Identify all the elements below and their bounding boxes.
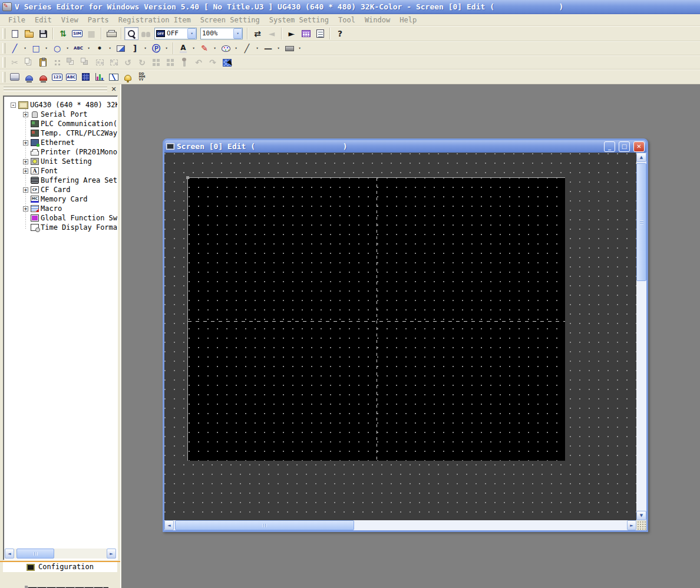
vertical-scroll-thumb[interactable] xyxy=(636,163,646,281)
text-tool-dropdown[interactable]: ▾ xyxy=(85,42,92,54)
line-type-button-dropdown[interactable]: ▾ xyxy=(254,42,260,54)
line-type-button[interactable]: ╱ xyxy=(240,42,254,55)
tree-item-time-display-format[interactable]: Time Display Format xyxy=(4,223,117,232)
dot-tool-dropdown[interactable]: ▾ xyxy=(107,42,113,54)
next-screen-button[interactable]: ► xyxy=(285,27,299,40)
tree-item-serial-port[interactable]: +Serial Port xyxy=(4,110,117,119)
overlap-order-button[interactable]: ⇄ xyxy=(250,27,265,40)
screen-call-button[interactable] xyxy=(299,27,313,40)
switch-part-button[interactable] xyxy=(8,71,22,84)
panel-grip-handle-2[interactable] xyxy=(4,90,107,91)
new-file-button[interactable] xyxy=(8,27,22,40)
simulator-button[interactable]: SIM xyxy=(70,27,84,40)
minimize-button[interactable]: _ xyxy=(604,141,615,152)
tree-item-cf-card[interactable]: +CF Card xyxy=(4,185,117,194)
fill-type-button[interactable] xyxy=(282,42,296,55)
scale-tool-dropdown[interactable]: ▾ xyxy=(142,42,148,54)
open-file-button[interactable] xyxy=(22,27,36,40)
ellipse-tool-dropdown[interactable]: ▾ xyxy=(64,42,71,54)
expander-plus[interactable]: + xyxy=(23,187,28,193)
menu-window[interactable]: Window xyxy=(360,14,395,26)
tree-horizontal-scrollbar[interactable] xyxy=(5,549,116,559)
maximize-button[interactable]: □ xyxy=(619,141,630,152)
fill-type-button-dropdown[interactable]: ▾ xyxy=(296,42,303,54)
scroll-left-button[interactable] xyxy=(5,549,14,559)
menu-system-setting[interactable]: System Setting xyxy=(265,14,334,26)
parts-tool-dropdown[interactable]: ▾ xyxy=(163,42,170,54)
palette-button-dropdown[interactable]: ▾ xyxy=(233,42,239,54)
scroll-thumb[interactable] xyxy=(16,549,54,559)
char-color-button[interactable]: A xyxy=(176,42,190,55)
tree-item-unit-setting[interactable]: +Unit Setting xyxy=(4,157,117,166)
expander-plus[interactable]: + xyxy=(23,169,28,174)
zoom-button[interactable] xyxy=(124,27,138,40)
item-list-button[interactable] xyxy=(313,27,327,40)
select-mode-button[interactable] xyxy=(220,56,234,69)
expander-plus[interactable]: + xyxy=(23,112,28,117)
palette-button[interactable] xyxy=(219,42,233,55)
pen-color-button[interactable]: ✎ xyxy=(197,42,212,55)
alarm-part-button[interactable] xyxy=(121,71,135,84)
menu-tool[interactable]: Tool xyxy=(334,14,360,26)
menu-help[interactable]: Help xyxy=(395,14,421,26)
tab-configuration[interactable]: Configuration xyxy=(3,562,117,572)
line-tool[interactable]: ╱ xyxy=(8,42,22,55)
menu-parts[interactable]: Parts xyxy=(83,14,114,26)
expander-minus[interactable]: - xyxy=(11,103,16,108)
tree-item-plc-communication-m[interactable]: PLC Communication(M xyxy=(4,119,117,128)
help-button[interactable]: ? xyxy=(333,27,347,40)
scale-tool[interactable]: ] xyxy=(128,42,142,55)
ellipse-tool[interactable]: ○ xyxy=(50,42,64,55)
char-color-button-dropdown[interactable]: ▾ xyxy=(190,42,197,54)
tree-item-global-function-swi[interactable]: Global Function Swi xyxy=(4,213,117,223)
paint-tool[interactable] xyxy=(114,42,128,55)
text-tool[interactable]: ABC xyxy=(71,42,85,55)
numeric-display-button[interactable]: 123 xyxy=(50,71,64,84)
line-width-button-dropdown[interactable]: ▾ xyxy=(275,42,282,54)
tree-item-buffering-area-sett[interactable]: Buffering Area Sett xyxy=(4,176,117,185)
zoom-level-combo-dropdown[interactable]: ▾ xyxy=(233,28,242,39)
scroll-up-button[interactable] xyxy=(636,153,646,162)
pen-color-button-dropdown[interactable]: ▾ xyxy=(212,42,218,54)
expander-plus[interactable]: + xyxy=(23,206,28,212)
menu-view[interactable]: View xyxy=(57,14,83,26)
tree-item-ug430-640-480-32k[interactable]: -UG430 (640 * 480) 32K- xyxy=(4,100,117,110)
save-button[interactable] xyxy=(36,27,50,40)
vertical-scrollbar[interactable] xyxy=(636,153,646,520)
edit-canvas[interactable] xyxy=(164,153,636,520)
scroll-right-button[interactable] xyxy=(107,549,116,559)
off-display-combo-dropdown[interactable]: ▾ xyxy=(187,28,196,39)
lamp-part-button[interactable] xyxy=(22,71,36,84)
close-button[interactable]: ✕ xyxy=(633,141,645,152)
scroll-down-button[interactable] xyxy=(636,511,646,520)
panel-grip-handle[interactable] xyxy=(4,87,107,88)
zoom-level-combo[interactable]: 100%▾ xyxy=(200,28,243,39)
graph-part-button[interactable] xyxy=(93,71,107,84)
tree-item-printer-pr201monoch[interactable]: Printer (PR201Monoch xyxy=(4,147,117,157)
menu-registration-item[interactable]: Registration Item xyxy=(114,14,196,26)
char-display-button[interactable]: ABC xyxy=(64,71,78,84)
tree-item-font[interactable]: +Font xyxy=(4,166,117,176)
dot-tool[interactable]: • xyxy=(93,42,107,55)
screen-edit-titlebar[interactable]: Screen [0] Edit ( ) _ □ ✕ xyxy=(164,140,646,153)
transfer-button[interactable]: ⇅ xyxy=(56,27,70,40)
scroll-right-button[interactable] xyxy=(627,520,636,530)
screen-area[interactable] xyxy=(187,177,565,461)
print-button[interactable] xyxy=(104,27,118,40)
scroll-left-button[interactable] xyxy=(164,520,174,530)
entry-part-button[interactable] xyxy=(78,71,93,84)
date-display-button[interactable]: DD MM YY xyxy=(135,71,149,84)
alarm-lamp-part-button[interactable] xyxy=(36,71,50,84)
horizontal-scrollbar[interactable] xyxy=(164,520,636,530)
tree-item-ethernet[interactable]: +Ethernet xyxy=(4,138,117,147)
tree-item-memory-card[interactable]: Memory Card xyxy=(4,194,117,204)
resize-grip[interactable] xyxy=(636,520,646,530)
menu-screen-setting[interactable]: Screen Setting xyxy=(196,14,265,26)
rectangle-tool-dropdown[interactable]: ▾ xyxy=(43,42,49,54)
off-display-combo[interactable]: OFFOFF▾ xyxy=(154,28,197,39)
trend-part-button[interactable] xyxy=(107,71,121,84)
line-tool-dropdown[interactable]: ▾ xyxy=(22,42,28,54)
rectangle-tool[interactable]: □ xyxy=(29,42,43,55)
panel-close-button[interactable] xyxy=(110,85,118,93)
line-width-button[interactable]: — xyxy=(261,42,275,55)
